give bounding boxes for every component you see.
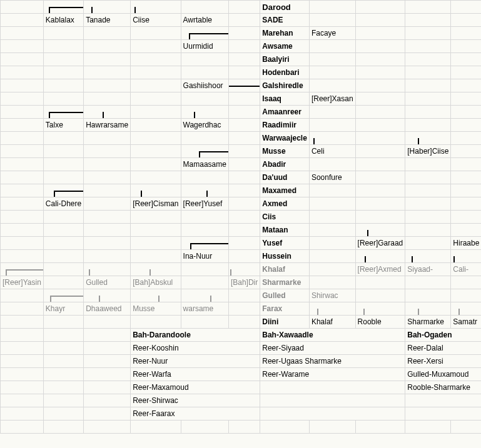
node-hussein: Hussein	[260, 250, 310, 263]
node-dauud: Da'uud	[260, 171, 310, 184]
node-amaanreer: Amaanreer	[260, 106, 310, 119]
node-inanuur: Ina-Nuur	[181, 250, 228, 263]
darandoole-item: Reer-Maxamoud	[131, 381, 260, 394]
ogaden-item: Gulled-Muxamoud	[405, 368, 481, 381]
node-raadimiir: Raadimiir	[260, 119, 310, 132]
node-baalyiri: Baalyiri	[260, 53, 310, 66]
node-axmed: Axmed	[260, 197, 310, 211]
node-bahabskul: [Bah]Abskul	[131, 276, 181, 289]
node-rooble: Rooble	[355, 316, 405, 329]
node-samatr: Samatr	[451, 316, 481, 329]
node-ciis: Ciis	[260, 211, 310, 224]
group-ogaden-title: Bah-Ogaden	[405, 329, 481, 342]
node-farax: Farax	[260, 302, 310, 316]
node-cali: Cali-	[451, 263, 481, 276]
node-reeryasin: [Reer]Yasin	[1, 276, 44, 289]
node-mataan: Mataan	[260, 224, 310, 237]
node-awrtable: Awrtable	[181, 14, 228, 27]
node-khalaf2: Khalaf	[309, 316, 355, 329]
node-reerxasan: [Reer]Xasan	[309, 92, 355, 106]
node-talxe: Talxe	[43, 119, 83, 132]
node-celi: Celi	[309, 145, 355, 158]
node-musse2: Musse	[131, 302, 181, 316]
node-dhaaweed: Dhaaweed	[84, 302, 131, 316]
xawaadle-item: Reer-Warame	[260, 368, 405, 381]
node-reercisman: [Reer]Cisman	[131, 197, 181, 211]
node-isaaq: Isaaq	[260, 92, 310, 106]
node-awsame: Awsame	[260, 40, 310, 53]
ogaden-item: Reer-Dalal	[405, 342, 481, 355]
node-bahdir: [Bah]Dir	[228, 276, 260, 289]
node-diini: Diini	[260, 316, 310, 329]
node-uurmidid: Uurmidid	[181, 40, 228, 53]
node-musse: Musse	[260, 145, 310, 158]
node-gulled2: Gulled	[84, 276, 131, 289]
node-warsame: warsame	[181, 302, 228, 316]
darandoole-item: Reer-Shirwac	[131, 394, 260, 407]
node-siyaad: Siyaad-	[405, 263, 451, 276]
node-tanade: Tanade	[84, 14, 131, 27]
node-khalaf: Khalaf	[260, 263, 310, 276]
node-ciise: Ciise	[131, 14, 181, 27]
genealogy-tree: Darood Kablalax Tanade Ciise Awrtable SA…	[0, 0, 481, 434]
ogaden-item: Rooble-Sharmarke	[405, 381, 481, 394]
node-calidhere: Cali-Dhere	[43, 197, 83, 211]
node-gashiishoor: Gashiishoor	[181, 79, 228, 92]
group-xawaadle-title: Bah-Xawaadle	[260, 329, 405, 342]
bracket	[43, 1, 83, 14]
node-hodenbari: Hodenbari	[260, 66, 310, 79]
node-khayr: Khayr	[43, 302, 83, 316]
xawaadle-item: Reer-Ugaas Sharmarke	[260, 355, 405, 368]
node-hawrarsame: Hawrarsame	[84, 119, 131, 132]
group-darandoole-title: Bah-Darandoole	[131, 329, 260, 342]
node-warwaajecle: Warwaajecle	[260, 132, 310, 145]
node-reergaraad: [Reer]Garaad	[355, 237, 405, 250]
node-reeraxmed: [Reer]Axmed	[355, 263, 405, 276]
node-gulled3: Gulled	[260, 289, 310, 302]
node-shirwac: Shirwac	[309, 289, 355, 302]
node-reeryusef: [Reer]Yusef	[181, 197, 228, 211]
darandoole-item: Reer-Kooshin	[131, 342, 260, 355]
darandoole-item: Reer-Faarax	[131, 407, 260, 421]
node-galshiredle: Galshiredle	[260, 79, 310, 92]
node-soonfure: Soonfure	[309, 171, 355, 184]
darandoole-item: Reer-Warfa	[131, 368, 260, 381]
node-mamaasame: Mamaasame	[181, 158, 228, 171]
node-sharmarke: Sharmarke	[260, 276, 310, 289]
node-kablalax: Kablalax	[43, 14, 83, 27]
node-maxamed: Maxamed	[260, 184, 310, 197]
node-wagerdhac: Wagerdhac	[181, 119, 228, 132]
node-sharmarke2: Sharmarke	[405, 316, 451, 329]
xawaadle-item: Reer-Siyaad	[260, 342, 405, 355]
node-haberciise: [Haber]Ciise	[405, 145, 451, 158]
node-marehan: Marehan	[260, 27, 310, 40]
node-yusef: Yusef	[260, 237, 310, 250]
node-facaye: Facaye	[309, 27, 355, 40]
root-darood: Darood	[260, 1, 310, 14]
ogaden-item: Reer-Xersi	[405, 355, 481, 368]
node-hiraabe: Hiraabe	[451, 237, 481, 250]
darandoole-item: Reer-Nuur	[131, 355, 260, 368]
node-sade: SADE	[260, 14, 310, 27]
node-abadir: Abadir	[260, 158, 310, 171]
